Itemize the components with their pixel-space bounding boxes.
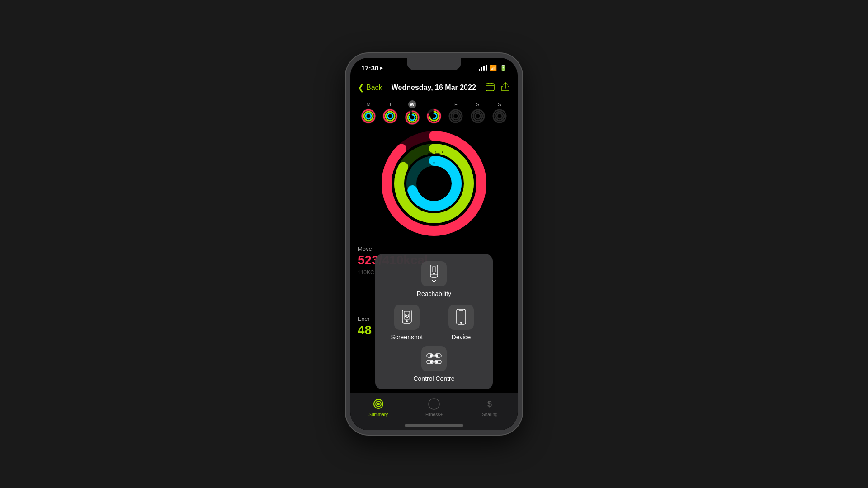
day-m[interactable]: M <box>360 102 377 124</box>
signal-icon <box>479 65 487 71</box>
home-indicator <box>405 424 463 427</box>
day-s2[interactable]: S <box>491 102 508 124</box>
screenshot-icon-box <box>394 305 420 330</box>
day-t2-ring <box>426 108 442 124</box>
tab-sharing-label: Sharing <box>482 412 497 417</box>
back-button[interactable]: ❮ Back <box>358 83 382 93</box>
fitness-plus-icon <box>428 398 440 410</box>
popup-menu: Reachability Screensh <box>375 254 493 389</box>
svg-point-54 <box>430 354 433 357</box>
screenshot-label: Screenshot <box>391 333 423 341</box>
day-s1-ring <box>470 108 486 124</box>
day-f-ring <box>448 108 464 124</box>
exercise-label: Exer <box>358 315 372 322</box>
device-label: Device <box>452 333 471 341</box>
exercise-stat: Exer 48 <box>358 315 372 338</box>
day-s1[interactable]: S <box>470 102 486 124</box>
device-icon-box <box>448 305 474 330</box>
svg-point-58 <box>430 361 433 363</box>
svg-point-46 <box>406 320 408 322</box>
svg-point-19 <box>431 113 437 119</box>
svg-point-7 <box>366 113 371 119</box>
day-s1-letter: S <box>476 102 479 107</box>
sharing-icon: $ <box>483 398 496 410</box>
day-s2-letter: S <box>498 102 501 107</box>
day-f-letter: F <box>454 102 458 107</box>
day-m-letter: M <box>367 102 371 107</box>
phone-container: 17:30 ▸ 📶 🔋 ❮ Back <box>346 53 522 435</box>
svg-point-11 <box>387 113 393 119</box>
summary-icon <box>372 398 385 410</box>
svg-rect-0 <box>486 84 494 91</box>
control-centre-icon-box <box>421 346 447 371</box>
back-label: Back <box>366 84 382 92</box>
battery-icon: 🔋 <box>500 65 507 71</box>
share-button[interactable] <box>500 82 510 94</box>
svg-point-60 <box>435 361 438 363</box>
nav-header: ❮ Back Wednesday, 16 Mar 2022 <box>350 78 518 98</box>
nav-title: Wednesday, 16 Mar 2022 <box>392 84 476 92</box>
svg-point-15 <box>410 115 415 120</box>
svg-rect-41 <box>432 267 436 272</box>
svg-point-51 <box>460 322 462 324</box>
svg-point-63 <box>377 403 380 405</box>
day-t2-letter: T <box>433 102 436 107</box>
svg-point-25 <box>475 113 481 119</box>
control-centre-item[interactable]: Control Centre <box>382 346 486 382</box>
device-item[interactable]: Device <box>437 305 486 341</box>
exercise-value: 48 <box>358 323 372 338</box>
day-selector: M T <box>350 99 518 127</box>
svg-point-49 <box>406 315 408 317</box>
svg-point-28 <box>497 113 502 119</box>
day-m-ring <box>360 108 377 124</box>
day-f[interactable]: F <box>448 102 464 124</box>
day-t2[interactable]: T <box>426 102 442 124</box>
reachability-label: Reachability <box>417 290 451 297</box>
day-t1-ring <box>382 108 398 124</box>
activity-rings-main: → →→ ↑ → →→ ↑ <box>380 129 488 238</box>
notch <box>407 58 461 70</box>
tab-fitness-plus[interactable]: Fitness+ <box>420 398 448 417</box>
day-w-ring <box>404 109 420 126</box>
screenshot-item[interactable]: Screenshot <box>382 305 431 341</box>
chevron-left-icon: ❮ <box>358 83 364 93</box>
tab-summary[interactable]: Summary <box>365 398 392 417</box>
tab-summary-label: Summary <box>368 412 388 417</box>
move-label: Move <box>358 245 510 252</box>
svg-point-35 <box>420 170 448 197</box>
svg-text:$: $ <box>487 399 492 408</box>
control-centre-label: Control Centre <box>413 375 454 382</box>
svg-point-22 <box>453 113 458 119</box>
reachability-item[interactable]: Reachability <box>382 261 486 297</box>
time-display: 17:30 <box>361 64 378 72</box>
tab-sharing[interactable]: $ Sharing <box>476 398 503 417</box>
location-icon: ▸ <box>380 65 383 71</box>
calendar-button[interactable] <box>485 82 495 94</box>
day-w[interactable]: W <box>404 100 420 126</box>
wifi-icon: 📶 <box>490 65 497 71</box>
day-t1[interactable]: T <box>382 102 398 124</box>
day-s2-ring <box>491 108 508 124</box>
reachability-icon-box <box>421 261 447 286</box>
day-w-letter: W <box>408 100 416 108</box>
svg-rect-43 <box>434 273 435 274</box>
tab-fitness-label: Fitness+ <box>425 412 443 417</box>
day-t1-letter: T <box>389 102 392 107</box>
svg-rect-42 <box>433 273 434 274</box>
svg-point-56 <box>435 354 438 357</box>
